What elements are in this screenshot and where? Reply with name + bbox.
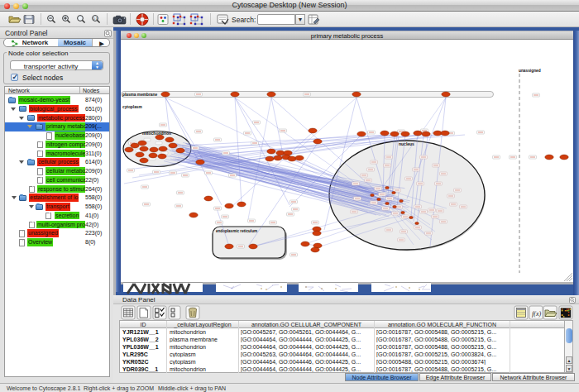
svg-text:unassigned: unassigned <box>519 69 541 73</box>
svg-text:f(x): f(x) <box>532 310 541 318</box>
svg-text:endoplasmic reticulum: endoplasmic reticulum <box>216 229 257 233</box>
svg-text:cytoplasm: cytoplasm <box>122 105 142 109</box>
svg-text:mitochondrion: mitochondrion <box>142 131 171 136</box>
svg-text:plasma membrane: plasma membrane <box>122 93 157 97</box>
svg-text:1:1: 1:1 <box>93 17 98 21</box>
